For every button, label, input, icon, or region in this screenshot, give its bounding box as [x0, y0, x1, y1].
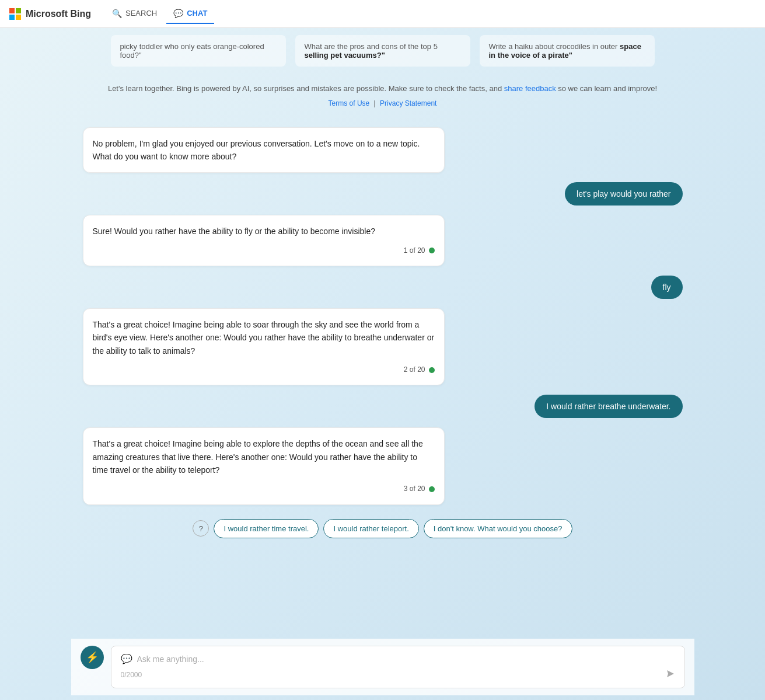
header: Microsoft Bing 🔍 SEARCH 💬 CHAT [0, 0, 765, 28]
green-dot-1 [429, 248, 435, 253]
nav-tabs: 🔍 SEARCH 💬 CHAT [105, 4, 214, 24]
svg-rect-0 [9, 8, 15, 13]
bot-message-4: That's a great choice! Imagine being abl… [83, 427, 445, 504]
user-message-2: fly [651, 276, 683, 299]
microsoft-logo-icon [9, 8, 21, 20]
tab-chat[interactable]: 💬 CHAT [166, 4, 214, 24]
svg-rect-1 [16, 8, 21, 13]
svg-rect-2 [9, 15, 15, 20]
message-counter-3: 3 of 20 [93, 483, 435, 494]
suggestion-card-2[interactable]: What are the pros and cons of the top 5 … [295, 35, 470, 67]
bot-message-1: No problem, I'm glad you enjoyed our pre… [83, 127, 445, 173]
suggestion-cards: picky toddler who only eats orange-color… [71, 28, 694, 74]
suggestion-card-1[interactable]: picky toddler who only eats orange-color… [111, 35, 286, 67]
bot-message-3: That's a great choice! Imagine being abl… [83, 308, 445, 385]
search-icon: 🔍 [112, 9, 122, 18]
green-dot-3 [429, 486, 435, 492]
message-counter-1: 1 of 20 [93, 245, 435, 256]
char-count: 0/2000 [121, 671, 142, 679]
bot-message-2: Sure! Would you rather have the ability … [83, 215, 445, 266]
input-box-container: 💬 0/2000 [111, 646, 685, 688]
disclaimer-links: Terms of Use | Privacy Statement [81, 98, 685, 109]
send-icon [666, 669, 675, 678]
suggestion-card-3[interactable]: Write a haiku about crocodiles in outer … [480, 35, 655, 67]
user-message-1: let's play would you rather [565, 182, 682, 206]
main-content: picky toddler who only eats orange-color… [62, 28, 704, 700]
svg-rect-3 [16, 15, 21, 20]
tab-search[interactable]: 🔍 SEARCH [105, 4, 164, 24]
quick-reply-3[interactable]: I don't know. What would you choose? [424, 519, 572, 538]
chat-input[interactable] [137, 654, 675, 664]
help-icon[interactable]: ? [193, 520, 209, 537]
logo-area: Microsoft Bing [9, 8, 91, 20]
share-feedback-link[interactable]: share feedback [504, 84, 556, 93]
message-icon: 💬 [121, 653, 132, 664]
user-message-3: I would rather breathe underwater. [535, 395, 682, 418]
quick-reply-buttons: ? I would rather time travel. I would ra… [71, 514, 694, 543]
logo-text: Microsoft Bing [26, 9, 91, 19]
chat-icon: 💬 [173, 9, 183, 18]
privacy-statement-link[interactable]: Privacy Statement [380, 99, 436, 107]
send-button[interactable] [666, 669, 675, 681]
quick-reply-2[interactable]: I would rather teleport. [323, 519, 418, 538]
disclaimer: Let's learn together. Bing is powered by… [71, 74, 694, 118]
terms-of-use-link[interactable]: Terms of Use [329, 99, 370, 107]
message-counter-2: 2 of 20 [93, 364, 435, 375]
bing-avatar-icon: ⚡ [86, 651, 99, 664]
chat-area: No problem, I'm glad you enjoyed our pre… [71, 118, 694, 639]
input-footer: 0/2000 [121, 669, 675, 681]
input-area: ⚡ 💬 0/2000 [71, 639, 694, 695]
green-dot-2 [429, 367, 435, 373]
quick-reply-1[interactable]: I would rather time travel. [214, 519, 319, 538]
avatar: ⚡ [81, 646, 104, 669]
